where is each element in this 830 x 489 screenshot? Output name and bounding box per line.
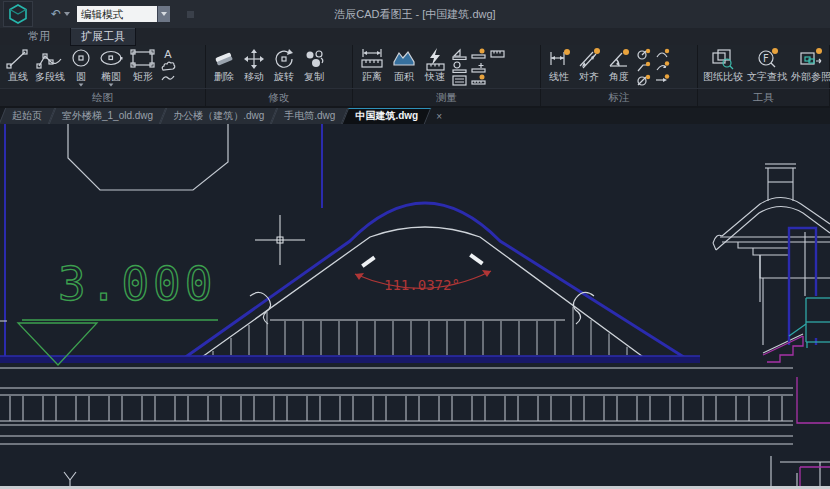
- freehand-sketch-icon[interactable]: [160, 73, 176, 83]
- tab-common[interactable]: 常用: [18, 28, 60, 45]
- group-label-dimension: 标注: [541, 89, 698, 106]
- coordinate-list-icon[interactable]: [451, 74, 468, 86]
- measure-small-tools-col2: [470, 47, 487, 86]
- dimension-small-tools-col2: [654, 47, 671, 86]
- rotate-button[interactable]: 旋转: [270, 47, 298, 82]
- area-chart-icon: [390, 47, 418, 71]
- chevron-down-icon: [161, 12, 167, 16]
- text-find-button[interactable]: F 文字查找: [746, 47, 788, 82]
- lightning-icon: [422, 47, 448, 71]
- doc-tab-start-page[interactable]: 起始页: [2, 108, 52, 124]
- undo-icon[interactable]: ↶: [51, 8, 61, 20]
- jogged-dim-icon[interactable]: [654, 61, 671, 73]
- group-label-measure: 测量: [353, 89, 541, 106]
- app-window: ↶ 编辑模式 浩辰CAD看图王 - [中国建筑.dwg] 常用 扩展工具 直线: [0, 0, 830, 489]
- external-reference-icon: [798, 47, 824, 71]
- railing-posts: [10, 396, 782, 421]
- draw-extra-tools: A: [160, 47, 176, 83]
- doc-tab-chinese-architecture[interactable]: 中国建筑.dwg: [345, 108, 428, 124]
- dim-tick-left: [361, 256, 375, 268]
- roof-ridge-line: [195, 227, 650, 362]
- angle-dimension-value: 111.0372°: [384, 277, 460, 293]
- angle-dimension-icon: [606, 47, 632, 71]
- quick-measure-button[interactable]: 快速: [421, 47, 449, 82]
- doc-tab-office-building[interactable]: 办公楼（建筑）.dwg: [163, 108, 274, 124]
- leader-dim-icon[interactable]: [635, 61, 652, 73]
- radius-measure-icon[interactable]: [451, 61, 468, 73]
- rotate-arrow-icon: [271, 47, 297, 71]
- arc-length-dim-icon[interactable]: [654, 48, 671, 60]
- linear-dimension-icon: [546, 47, 572, 71]
- ribbon: 直线 多段线 圆 椭圆 矩形: [0, 45, 830, 88]
- eave-band: [0, 356, 700, 363]
- ribbon-tab-row: 常用 扩展工具: [0, 28, 830, 45]
- add-measure-icon[interactable]: [470, 61, 487, 73]
- drawing-canvas[interactable]: 3.000 111.0372°: [0, 124, 830, 486]
- mode-select[interactable]: 编辑模式: [77, 6, 170, 22]
- find-text-icon: F: [754, 47, 780, 71]
- tab-extended-tools[interactable]: 扩展工具: [70, 27, 136, 46]
- move-button[interactable]: 移动: [240, 47, 268, 82]
- rectangle-icon: [129, 47, 157, 71]
- polyline-button[interactable]: 多段线: [34, 47, 66, 82]
- rectangle-button[interactable]: 矩形: [128, 47, 158, 82]
- rafter-hatch-lines: [213, 307, 627, 355]
- hexagon-cube-icon: [8, 4, 28, 24]
- drawing-compare-button[interactable]: 图纸比较: [702, 47, 744, 82]
- quick-access-toolbar: ↶ 编辑模式: [51, 6, 194, 22]
- ribbon-group-measure: 距离 面积 快速: [353, 45, 541, 88]
- eraser-icon: [211, 47, 237, 71]
- angle-dimension: 111.0372°: [355, 253, 491, 293]
- pavilion-structure: [713, 164, 830, 486]
- group-label-modify: 修改: [206, 89, 353, 106]
- doc-tab-close-icon[interactable]: ×: [428, 108, 450, 124]
- erase-button[interactable]: 删除: [210, 47, 238, 82]
- ribbon-group-tools: 图纸比较 F 文字查找 外部参照: [698, 45, 830, 88]
- cad-drawing: 3.000 111.0372°: [0, 124, 830, 486]
- title-bar: ↶ 编辑模式 浩辰CAD看图王 - [中国建筑.dwg]: [0, 0, 830, 28]
- polyline-icon: [35, 47, 65, 71]
- app-logo[interactable]: [3, 1, 33, 27]
- doc-tab-outdoor-stairs[interactable]: 室外楼梯_1_old.dwg: [52, 108, 163, 124]
- text-tool-icon[interactable]: A: [160, 48, 176, 60]
- crosshair-cursor: [255, 215, 305, 265]
- measure-small-tools-col3: [489, 47, 506, 60]
- octagon-outline: [68, 124, 228, 190]
- external-reference-button[interactable]: 外部参照: [790, 47, 830, 82]
- distance-button[interactable]: 距离: [357, 47, 387, 82]
- ribbon-group-labels: 绘图 修改 测量 标注 工具: [0, 88, 830, 106]
- circle-button[interactable]: 圆: [68, 47, 94, 87]
- radius-dim-icon[interactable]: [635, 48, 652, 60]
- linear-dim-button[interactable]: 线性: [545, 47, 573, 82]
- aligned-dim-button[interactable]: 对齐: [575, 47, 603, 82]
- continue-dim-icon[interactable]: [654, 74, 671, 86]
- ruler-panel-icon[interactable]: [489, 48, 506, 60]
- diameter-dim-icon[interactable]: [635, 74, 652, 86]
- line-icon: [5, 47, 31, 71]
- ellipse-button[interactable]: 椭圆: [96, 47, 126, 87]
- copy-button[interactable]: 复制: [300, 47, 328, 82]
- sun-ruler-icon[interactable]: [470, 48, 487, 60]
- group-label-draw: 绘图: [0, 89, 206, 106]
- angle-measure-icon[interactable]: [451, 48, 468, 60]
- undo-dropdown-caret-icon[interactable]: [64, 12, 70, 16]
- eave-curl-details: [250, 292, 594, 324]
- line-button[interactable]: 直线: [4, 47, 32, 82]
- move-arrows-icon: [241, 47, 267, 71]
- revision-cloud-icon[interactable]: [160, 61, 176, 72]
- total-length-icon[interactable]: [470, 74, 487, 86]
- chevron-down-icon[interactable]: [109, 83, 114, 86]
- qat-mini-button[interactable]: [187, 11, 194, 18]
- wall-lines: [0, 368, 793, 444]
- chevron-down-icon[interactable]: [79, 83, 84, 86]
- mode-select-dropdown[interactable]: [157, 6, 170, 22]
- area-button[interactable]: 面积: [389, 47, 419, 82]
- svg-text:F: F: [763, 53, 769, 64]
- measure-small-tools-col1: [451, 47, 468, 86]
- teal-details: [789, 298, 830, 348]
- angle-dim-button[interactable]: 角度: [605, 47, 633, 82]
- doc-tab-flashlight[interactable]: 手电筒.dwg: [274, 108, 345, 124]
- ribbon-group-modify: 删除 移动 旋转 复制: [206, 45, 353, 88]
- aligned-dimension-icon: [576, 47, 602, 71]
- document-tab-bar: 起始页 室外楼梯_1_old.dwg 办公楼（建筑）.dwg 手电筒.dwg 中…: [0, 108, 830, 124]
